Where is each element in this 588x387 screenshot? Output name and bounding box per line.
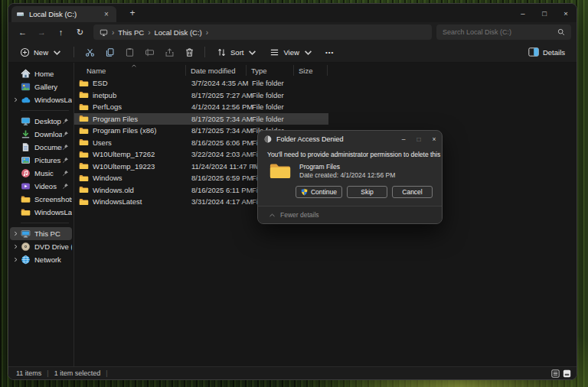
breadcrumb-this-pc[interactable]: This PC	[118, 28, 144, 37]
search-input[interactable]	[443, 28, 557, 36]
thumbnail-view-toggle-icon[interactable]	[563, 369, 571, 378]
cut-button[interactable]	[80, 44, 99, 60]
details-button-label: Details	[543, 48, 565, 57]
pin-icon	[62, 131, 70, 138]
more-options-button[interactable]: •••	[320, 47, 339, 58]
column-header-type[interactable]: Type	[247, 65, 294, 76]
back-button[interactable]: ←	[14, 24, 31, 40]
breadcrumb-local-disk[interactable]: Local Disk (C:)	[154, 28, 201, 37]
drive-icon	[16, 10, 24, 18]
sidebar-separator	[21, 223, 69, 223]
sidebar-item-dvd-drive-d-ccc[interactable]: DVD Drive (D:) CCC	[10, 240, 72, 253]
table-row[interactable]: ESD3/7/2024 4:35 AMFile folder	[74, 77, 328, 89]
chevron-right-icon[interactable]	[13, 244, 21, 249]
copy-icon	[105, 47, 115, 57]
tab-local-disk[interactable]: Local Disk (C:) ×	[11, 6, 116, 22]
chevron-right-icon[interactable]	[13, 97, 21, 102]
folder-icon	[79, 91, 89, 99]
details-view-toggle-icon[interactable]	[551, 369, 560, 378]
maximize-button[interactable]: □	[534, 4, 555, 22]
delete-button[interactable]	[180, 44, 198, 60]
continue-button-label: Continue	[311, 188, 337, 196]
sidebar-item-network[interactable]: Network	[10, 253, 72, 266]
sidebar-item-label: WindowsLatest	[34, 208, 72, 216]
sort-ascending-icon	[131, 63, 137, 68]
toolbar-separator	[204, 47, 205, 57]
copy-button[interactable]	[100, 44, 119, 60]
cancel-button[interactable]: Cancel	[392, 186, 433, 198]
sidebar-item-desktop[interactable]: Desktop	[10, 115, 72, 128]
desktop-icon	[21, 116, 31, 126]
forward-button[interactable]: →	[33, 24, 51, 40]
downloads-icon	[21, 129, 31, 139]
continue-button[interactable]: Continue	[296, 186, 342, 198]
music-icon	[21, 168, 31, 178]
skip-button[interactable]: Skip	[347, 186, 387, 198]
refresh-button[interactable]: ↻	[71, 24, 89, 40]
pin-icon	[62, 183, 70, 190]
breadcrumb: › This PC › Local Disk (C:) ›	[93, 24, 432, 40]
paste-button[interactable]	[120, 44, 139, 60]
sidebar-item-windowslatest[interactable]: WindowsLatest	[10, 206, 72, 219]
selection-count: 1 item selected	[54, 369, 101, 377]
file-name: W10Ultemp_19223	[93, 162, 155, 171]
chevron-right-icon[interactable]	[13, 231, 21, 236]
cancel-button-label: Cancel	[402, 188, 422, 196]
date-modified: 8/16/2025 6:11 PM	[186, 186, 247, 194]
sidebar-item-music[interactable]: Music	[10, 167, 72, 180]
sidebar-item-home[interactable]: Home	[10, 67, 72, 80]
chevron-right-icon[interactable]	[13, 257, 21, 262]
share-button[interactable]	[160, 44, 178, 60]
sort-button[interactable]: Sort	[211, 45, 263, 60]
file-name: W10Ultemp_17262	[93, 150, 155, 158]
dialog-minimize-button[interactable]: –	[396, 131, 411, 147]
close-button[interactable]: ×	[555, 4, 577, 22]
gallery-icon	[21, 82, 31, 92]
rename-button[interactable]	[140, 44, 158, 60]
folder-icon	[269, 162, 292, 180]
details-pane-button[interactable]: Details	[523, 45, 570, 59]
tab-title: Local Disk (C:)	[29, 10, 96, 18]
sidebar-item-label: Network	[34, 255, 72, 264]
sidebar-item-documents[interactable]: Documents	[10, 141, 72, 154]
tab-close-icon[interactable]: ×	[101, 10, 112, 18]
minimize-button[interactable]: –	[512, 4, 534, 22]
file-type: File folder	[247, 79, 294, 87]
sidebar-item-label: DVD Drive (D:) CCC	[34, 242, 72, 251]
table-row[interactable]: Program Files8/17/2025 7:34 AMFile folde…	[74, 113, 328, 125]
column-header-size[interactable]: Size	[294, 65, 328, 76]
new-button-label: New	[34, 48, 48, 57]
column-header-name[interactable]: Name	[74, 65, 186, 76]
table-row[interactable]: inetpub8/17/2025 7:27 AMFile folder	[74, 89, 328, 102]
sidebar-item-this-pc[interactable]: This PC	[10, 227, 72, 240]
dialog-maximize-button[interactable]: □	[411, 131, 426, 147]
uac-shield-icon	[301, 188, 308, 196]
file-name: Windows	[93, 174, 122, 182]
sidebar-item-screenshots[interactable]: Screenshots	[10, 193, 72, 206]
sidebar-item-pictures[interactable]: Pictures	[10, 154, 72, 167]
status-separator: |	[47, 369, 48, 377]
sidebar-item-label: WindowsLatest - Pr	[34, 96, 72, 104]
new-tab-button[interactable]: +	[126, 8, 139, 18]
view-button[interactable]: View	[264, 45, 318, 60]
sidebar-item-videos[interactable]: Videos	[10, 180, 72, 193]
dialog-close-button[interactable]: ×	[426, 131, 442, 147]
file-type: File folder	[247, 91, 294, 99]
view-lines-icon	[270, 47, 279, 57]
folder-icon	[21, 194, 31, 204]
column-header-date-modified[interactable]: Date modified	[186, 65, 247, 76]
date-modified: 3/31/2024 4:17 AM	[186, 197, 247, 206]
sidebar-item-gallery[interactable]: Gallery	[10, 80, 72, 93]
sidebar-separator	[21, 110, 69, 111]
up-button[interactable]: ↑	[52, 24, 70, 40]
table-row[interactable]: PerfLogs4/1/2024 12:56 PMFile folder	[74, 101, 328, 113]
trash-icon	[185, 47, 194, 57]
fewer-details-toggle[interactable]: Fewer details	[258, 206, 442, 223]
file-name: Windows.old	[93, 186, 134, 194]
new-button[interactable]: New	[15, 45, 67, 60]
sort-arrows-icon	[217, 47, 227, 57]
search-box[interactable]	[436, 24, 571, 40]
paste-icon	[125, 47, 135, 57]
sidebar-item-windowslatest-pr[interactable]: WindowsLatest - Pr	[10, 93, 72, 106]
sidebar-item-downloads[interactable]: Downloads	[10, 128, 72, 141]
